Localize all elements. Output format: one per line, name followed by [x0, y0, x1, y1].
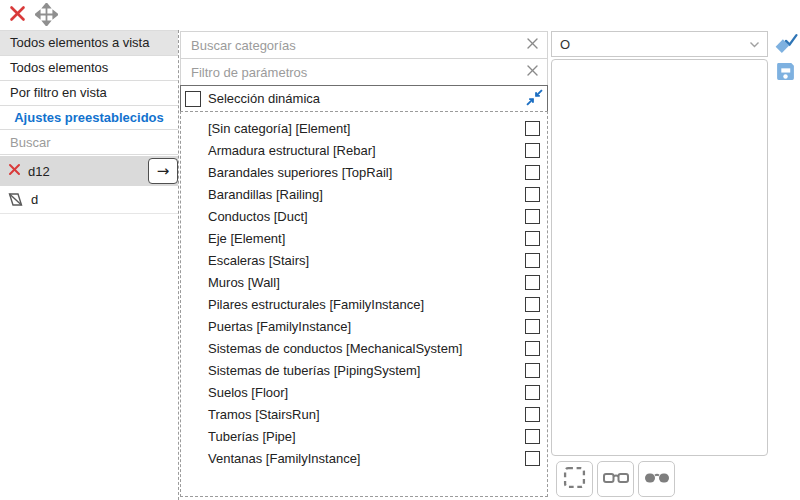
- category-row[interactable]: [Sin categoría] [Element]: [181, 117, 547, 139]
- chevron-down-icon: [749, 41, 767, 48]
- category-checkbox[interactable]: [525, 319, 540, 334]
- category-checkbox[interactable]: [525, 275, 540, 290]
- window-toolbar: [0, 0, 800, 30]
- category-row[interactable]: Eje [Element]: [181, 227, 547, 249]
- move-icon: [35, 3, 58, 29]
- category-row[interactable]: Muros [Wall]: [181, 271, 547, 293]
- category-checkbox[interactable]: [525, 187, 540, 202]
- marquee-select-icon: [563, 466, 586, 492]
- save-button[interactable]: [775, 61, 796, 82]
- selection-filter-window: Todos elementos a vista Todos elementos …: [0, 0, 800, 500]
- category-row[interactable]: Sistemas de tuberías [PipingSystem]: [181, 359, 547, 381]
- category-checkbox[interactable]: [525, 297, 540, 312]
- category-label: Conductos [Duct]: [208, 209, 525, 224]
- save-icon: [775, 70, 796, 85]
- category-label: [Sin categoría] [Element]: [208, 121, 525, 136]
- sunglasses-icon: [643, 470, 671, 489]
- dynamic-selection-row: Selección dinámica: [180, 85, 548, 111]
- preset-label: d: [31, 192, 38, 207]
- category-row[interactable]: Puertas [FamilyInstance]: [181, 315, 547, 337]
- operator-dropdown[interactable]: O: [551, 31, 768, 57]
- marquee-select-button[interactable]: [556, 461, 593, 497]
- category-row[interactable]: Conductos [Duct]: [181, 205, 547, 227]
- preset-label: d12: [28, 164, 50, 179]
- delete-preset-button[interactable]: [7, 164, 21, 178]
- presets-title: Ajustes preestablecidos: [0, 107, 178, 128]
- category-label: Barandillas [Railing]: [208, 187, 525, 202]
- category-checkbox[interactable]: [525, 209, 540, 224]
- operator-dropdown-value: O: [552, 37, 749, 52]
- category-row[interactable]: Ventanas [FamilyInstance]: [181, 447, 547, 469]
- category-row[interactable]: Barandales superiores [TopRail]: [181, 161, 547, 183]
- category-row[interactable]: Suelos [Floor]: [181, 381, 547, 403]
- category-label: Tramos [StairsRun]: [208, 407, 525, 422]
- close-button[interactable]: [8, 6, 26, 24]
- category-label: Escaleras [Stairs]: [208, 253, 525, 268]
- category-list: [Sin categoría] [Element] Armadura estru…: [180, 111, 548, 497]
- category-checkbox[interactable]: [525, 165, 540, 180]
- category-label: Sistemas de conductos [MechanicalSystem]: [208, 341, 525, 356]
- category-label: Puertas [FamilyInstance]: [208, 319, 525, 334]
- category-label: Armadura estructural [Rebar]: [208, 143, 525, 158]
- category-label: Muros [Wall]: [208, 275, 525, 290]
- move-window-button[interactable]: [35, 4, 58, 27]
- delete-x-icon: [8, 163, 21, 179]
- category-row[interactable]: Sistemas de conductos [MechanicalSystem]: [181, 337, 547, 359]
- broom-icon: [773, 44, 798, 59]
- collapse-panel-button[interactable]: [526, 89, 547, 109]
- category-label: Ventanas [FamilyInstance]: [208, 451, 525, 466]
- category-row[interactable]: Tramos [StairsRun]: [181, 403, 547, 425]
- no-preset-icon: [7, 192, 24, 207]
- category-checkbox[interactable]: [525, 143, 540, 158]
- dynamic-selection-checkbox[interactable]: [185, 91, 201, 107]
- category-row[interactable]: Barandillas [Railing]: [181, 183, 547, 205]
- parameter-filter-box: [180, 58, 548, 86]
- mode-all-elements-in-view[interactable]: Todos elementos a vista: [0, 31, 178, 56]
- category-label: Eje [Element]: [208, 231, 525, 246]
- category-search-input[interactable]: [181, 33, 522, 57]
- preset-item-d12[interactable]: d12 →: [0, 156, 178, 186]
- scope-mode-list: Todos elementos a vista Todos elementos …: [0, 30, 178, 106]
- parameter-filter-input[interactable]: [181, 60, 522, 84]
- category-row[interactable]: Tuberías [Pipe]: [181, 425, 547, 447]
- category-search-box: [180, 31, 548, 59]
- glasses-icon: [602, 470, 630, 489]
- category-label: Suelos [Floor]: [208, 385, 525, 400]
- apply-preset-button[interactable]: →: [148, 158, 178, 184]
- category-row[interactable]: Escaleras [Stairs]: [181, 249, 547, 271]
- preset-item-d[interactable]: d: [0, 186, 178, 214]
- category-checkbox[interactable]: [525, 363, 540, 378]
- category-checkbox[interactable]: [525, 429, 540, 444]
- mode-by-filter-in-view[interactable]: Por filtro en vista: [0, 81, 178, 106]
- close-icon: [9, 5, 26, 25]
- category-label: Pilares estructurales [FamilyInstance]: [208, 297, 525, 312]
- category-label: Sistemas de tuberías [PipingSystem]: [208, 363, 525, 378]
- category-label: Barandales superiores [TopRail]: [208, 165, 525, 180]
- clear-x-icon: [526, 64, 539, 80]
- results-area: [551, 59, 768, 456]
- category-row[interactable]: Armadura estructural [Rebar]: [181, 139, 547, 161]
- category-checkbox[interactable]: [525, 253, 540, 268]
- parameter-filter-clear-button[interactable]: [522, 64, 547, 80]
- category-search-clear-button[interactable]: [522, 37, 547, 53]
- category-checkbox[interactable]: [525, 231, 540, 246]
- category-checkbox[interactable]: [525, 121, 540, 136]
- category-checkbox[interactable]: [525, 385, 540, 400]
- preset-search-input[interactable]: [0, 131, 186, 153]
- preset-history-list: d12 → d: [0, 156, 178, 214]
- category-checkbox[interactable]: [525, 451, 540, 466]
- dynamic-selection-label: Selección dinámica: [208, 91, 526, 106]
- mode-all-elements[interactable]: Todos elementos: [0, 56, 178, 81]
- preset-search-box: [0, 129, 178, 155]
- hide-elements-button[interactable]: [638, 461, 675, 497]
- category-row[interactable]: Pilares estructurales [FamilyInstance]: [181, 293, 547, 315]
- category-checkbox[interactable]: [525, 407, 540, 422]
- clear-filter-button[interactable]: [772, 31, 798, 57]
- category-checkbox[interactable]: [525, 341, 540, 356]
- clear-x-icon: [526, 37, 539, 53]
- panel-separator: [178, 30, 179, 500]
- collapse-arrows-icon: [526, 89, 543, 109]
- category-label: Tuberías [Pipe]: [208, 429, 525, 444]
- show-elements-button[interactable]: [597, 461, 634, 497]
